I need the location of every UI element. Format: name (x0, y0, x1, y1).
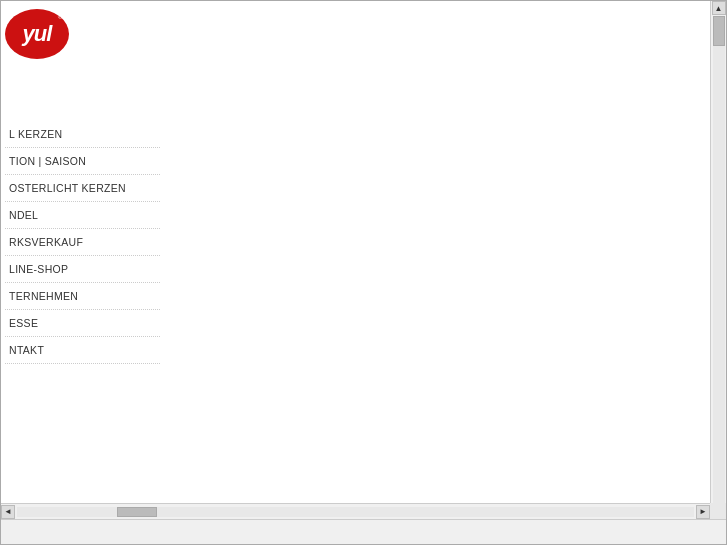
nav-item-messe[interactable]: ESSE (5, 310, 160, 337)
nav-item-handel[interactable]: NDEL (5, 202, 160, 229)
scroll-bottom-track[interactable] (17, 507, 694, 517)
nav-item-kontakt[interactable]: NTAKT (5, 337, 160, 364)
scroll-left-arrow[interactable]: ◄ (1, 505, 15, 519)
scroll-up-arrow[interactable]: ▲ (712, 1, 726, 15)
nav-item-kerzen[interactable]: L KERZEN (5, 121, 160, 148)
status-bar (1, 519, 726, 544)
nav-item-unternehmen[interactable]: TERNEHMEN (5, 283, 160, 310)
nav-item-werksverkauf[interactable]: RKSVERKAUF (5, 229, 160, 256)
navigation: L KERZEN TION | SAISON OSTERLICHT KERZEN… (5, 121, 160, 364)
logo-area[interactable]: yul ® (5, 9, 75, 64)
vertical-scrollbar[interactable]: ▲ ▼ (710, 1, 726, 521)
nav-item-saison[interactable]: TION | SAISON (5, 148, 160, 175)
logo-text: yul (23, 21, 52, 47)
logo-registered: ® (58, 13, 63, 20)
nav-item-online-shop[interactable]: LINE-SHOP (5, 256, 160, 283)
browser-window: yul ® L KERZEN TION | SAISON OSTERLICHT … (0, 0, 727, 545)
scrollbar-corner (710, 503, 726, 519)
scroll-thumb[interactable] (713, 16, 725, 46)
logo-oval: yul ® (5, 9, 69, 59)
scroll-track[interactable] (713, 16, 725, 506)
nav-item-osterlicht[interactable]: OSTERLICHT KERZEN (5, 175, 160, 202)
scroll-right-arrow[interactable]: ► (696, 505, 710, 519)
main-content: yul ® L KERZEN TION | SAISON OSTERLICHT … (1, 1, 710, 503)
horizontal-scrollbar[interactable]: ◄ ► (1, 503, 710, 519)
scroll-bottom-thumb[interactable] (117, 507, 157, 517)
